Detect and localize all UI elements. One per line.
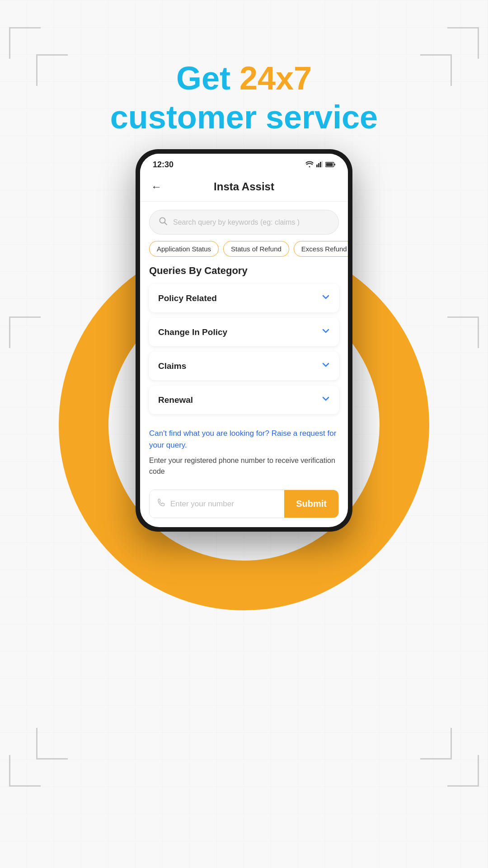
deco-bracket-br2 bbox=[420, 728, 452, 760]
deco-bracket-mr bbox=[447, 316, 479, 348]
chevron-down-icon-renewal bbox=[322, 395, 330, 405]
app-title: Insta Assist bbox=[171, 180, 317, 193]
cant-find-link[interactable]: Can't find what you are looking for? Rai… bbox=[149, 428, 339, 451]
phone-input-field[interactable]: Enter your number bbox=[150, 490, 284, 518]
phone-frame: 12:30 ← Insta Assist bbox=[136, 149, 352, 532]
search-icon bbox=[159, 217, 168, 228]
hero-get-text: Get bbox=[176, 60, 239, 96]
back-button[interactable]: ← bbox=[151, 180, 162, 193]
accordion-policy-related[interactable]: Policy Related bbox=[149, 284, 339, 312]
cant-find-description: Enter your registered phone number to re… bbox=[149, 455, 339, 477]
svg-rect-3 bbox=[322, 161, 323, 167]
hero-header: Get 24x7 customer service bbox=[0, 59, 488, 137]
accordion-claims[interactable]: Claims bbox=[149, 352, 339, 380]
accordion-policy-related-label: Policy Related bbox=[158, 293, 217, 303]
app-header: ← Insta Assist bbox=[140, 173, 348, 202]
queries-section: Queries By Category Policy Related Chang… bbox=[140, 265, 348, 414]
accordion-renewal[interactable]: Renewal bbox=[149, 386, 339, 414]
svg-rect-0 bbox=[316, 165, 318, 167]
svg-rect-2 bbox=[320, 162, 321, 167]
accordion-renewal-label: Renewal bbox=[158, 395, 193, 405]
phone-mockup: 12:30 ← Insta Assist bbox=[136, 149, 352, 532]
cant-find-section: Can't find what you are looking for? Rai… bbox=[140, 420, 348, 483]
status-time: 12:30 bbox=[153, 160, 174, 170]
deco-bracket-bl1 bbox=[9, 755, 41, 787]
accordion-change-in-policy-label: Change In Policy bbox=[158, 327, 227, 337]
wifi-icon bbox=[305, 161, 314, 169]
phone-screen: 12:30 ← Insta Assist bbox=[140, 154, 348, 527]
status-icons bbox=[305, 161, 335, 169]
search-bar[interactable]: Search query by keywords (eg: claims ) bbox=[149, 210, 339, 235]
status-bar: 12:30 bbox=[140, 154, 348, 173]
battery-icon bbox=[325, 161, 335, 169]
deco-bracket-tr1 bbox=[447, 27, 479, 59]
tag-chip-application-status[interactable]: Application Status bbox=[149, 241, 219, 257]
phone-input-icon bbox=[157, 498, 166, 509]
hero-subtitle-text: customer service bbox=[0, 98, 488, 137]
hero-highlight-text: 24x7 bbox=[239, 60, 312, 96]
svg-rect-1 bbox=[318, 163, 319, 167]
chevron-down-icon-change bbox=[322, 327, 330, 337]
svg-line-8 bbox=[164, 222, 167, 225]
svg-rect-5 bbox=[326, 163, 333, 166]
phone-input-row[interactable]: Enter your number Submit bbox=[149, 490, 339, 518]
queries-section-title: Queries By Category bbox=[149, 265, 339, 277]
tag-chip-status-of-refund[interactable]: Status of Refund bbox=[223, 241, 289, 257]
search-placeholder: Search query by keywords (eg: claims ) bbox=[173, 218, 300, 226]
deco-bracket-ml bbox=[9, 316, 41, 348]
submit-button[interactable]: Submit bbox=[284, 490, 338, 518]
phone-input-placeholder: Enter your number bbox=[170, 500, 234, 509]
chevron-down-icon-claims bbox=[322, 361, 330, 371]
tag-chip-excess-refund[interactable]: Excess Refund bbox=[294, 241, 348, 257]
deco-bracket-bl2 bbox=[36, 728, 68, 760]
tags-row: Application Status Status of Refund Exce… bbox=[140, 241, 348, 265]
chevron-down-icon-policy bbox=[322, 293, 330, 303]
signal-icon bbox=[316, 161, 323, 169]
accordion-claims-label: Claims bbox=[158, 361, 186, 371]
deco-bracket-br1 bbox=[447, 755, 479, 787]
accordion-change-in-policy[interactable]: Change In Policy bbox=[149, 318, 339, 346]
svg-rect-6 bbox=[334, 164, 335, 165]
